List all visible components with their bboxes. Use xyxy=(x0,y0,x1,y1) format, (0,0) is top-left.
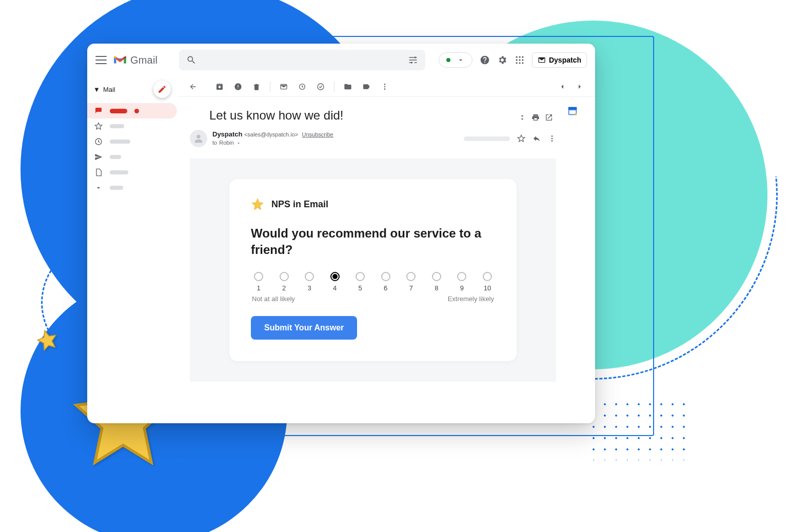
svg-point-17 xyxy=(384,84,386,85)
nps-option-3[interactable]: 3 xyxy=(302,272,317,292)
print-icon[interactable] xyxy=(531,113,540,122)
nps-option-label: 10 xyxy=(484,284,491,292)
nps-option-1[interactable]: 1 xyxy=(251,272,266,292)
settings-gear-icon[interactable] xyxy=(497,55,507,65)
sender-avatar[interactable] xyxy=(190,130,207,147)
sidebar-item-inbox[interactable] xyxy=(87,103,177,119)
gmail-logo[interactable]: Gmail xyxy=(113,54,157,66)
file-icon xyxy=(94,168,103,176)
delete-button[interactable] xyxy=(248,78,265,95)
svg-point-8 xyxy=(519,59,520,61)
gmail-logo-text: Gmail xyxy=(130,54,157,66)
back-button[interactable] xyxy=(185,78,201,95)
archive-button[interactable] xyxy=(211,78,228,95)
radio-icon[interactable] xyxy=(254,272,263,281)
svg-point-22 xyxy=(551,140,553,142)
nps-option-8[interactable]: 8 xyxy=(429,272,444,292)
nps-option-6[interactable]: 6 xyxy=(378,272,393,292)
expand-icon[interactable] xyxy=(518,113,526,122)
gmail-m-icon xyxy=(113,54,127,66)
unsubscribe-link[interactable]: Unsubscribe xyxy=(302,131,333,137)
submit-button[interactable]: Submit Your Answer xyxy=(251,316,357,340)
topbar: Gmail Dyspatch xyxy=(87,44,595,76)
svg-rect-24 xyxy=(568,107,577,110)
radio-icon[interactable] xyxy=(406,272,416,281)
add-task-button[interactable] xyxy=(312,78,329,95)
person-icon xyxy=(193,133,204,144)
nps-option-2[interactable]: 2 xyxy=(277,272,292,292)
next-message-button[interactable] xyxy=(572,78,588,95)
calendar-icon[interactable] xyxy=(567,105,578,116)
prev-message-button[interactable] xyxy=(554,78,570,95)
envelope-icon xyxy=(538,56,546,64)
search-input[interactable] xyxy=(203,56,402,64)
open-new-window-icon[interactable] xyxy=(545,113,553,122)
svg-point-20 xyxy=(551,135,553,137)
star-outline-icon[interactable] xyxy=(517,134,525,143)
more-vert-icon[interactable] xyxy=(548,134,556,143)
nps-question: Would you recommend our service to a fri… xyxy=(251,225,495,259)
radio-icon[interactable] xyxy=(457,272,466,281)
account-status-chip[interactable] xyxy=(439,52,472,68)
radio-icon[interactable] xyxy=(330,272,340,281)
nps-option-9[interactable]: 9 xyxy=(454,272,469,292)
nps-option-label: 8 xyxy=(435,284,438,292)
radio-icon[interactable] xyxy=(483,272,492,281)
svg-point-2 xyxy=(415,56,416,58)
radio-icon[interactable] xyxy=(381,272,390,281)
more-actions-button[interactable] xyxy=(377,78,393,95)
nps-option-label: 5 xyxy=(359,284,362,292)
radio-icon[interactable] xyxy=(305,272,314,281)
reply-icon[interactable] xyxy=(533,134,541,143)
svg-point-11 xyxy=(519,62,520,64)
nps-option-label: 3 xyxy=(307,284,311,292)
sidebar-item-more[interactable] xyxy=(87,180,177,195)
search-options-icon[interactable] xyxy=(408,55,418,65)
nps-option-label: 7 xyxy=(409,284,413,292)
svg-point-16 xyxy=(318,84,324,90)
sender-address: <sales@dyspatch.io> xyxy=(244,131,298,137)
sidebar-item-drafts[interactable] xyxy=(87,165,177,180)
search-icon xyxy=(186,55,196,65)
sidebar-item-starred[interactable] xyxy=(87,119,177,134)
nps-option-4[interactable]: 4 xyxy=(327,272,343,292)
help-icon[interactable] xyxy=(480,55,490,65)
nps-option-5[interactable]: 5 xyxy=(352,272,368,292)
timestamp-placeholder xyxy=(464,136,510,141)
spam-button[interactable] xyxy=(230,78,246,95)
svg-point-3 xyxy=(411,62,412,63)
radio-icon[interactable] xyxy=(280,272,289,281)
svg-rect-26 xyxy=(575,113,577,115)
main-menu-button[interactable] xyxy=(95,54,107,66)
compose-button[interactable] xyxy=(153,81,171,98)
send-icon xyxy=(94,153,103,161)
sidebar-item-sent[interactable] xyxy=(87,149,177,165)
labels-button[interactable] xyxy=(358,78,375,95)
anchor-high: Extremely likely xyxy=(448,295,494,303)
anchor-low: Not at all likely xyxy=(252,295,295,303)
chevron-down-icon[interactable]: ▼ xyxy=(93,86,100,93)
radio-icon[interactable] xyxy=(356,272,365,281)
clock-icon xyxy=(94,137,103,146)
snooze-button[interactable] xyxy=(294,78,310,95)
sidebar-item-snoozed[interactable] xyxy=(87,134,177,149)
pencil-icon xyxy=(157,85,167,94)
radio-icon[interactable] xyxy=(432,272,441,281)
mark-unread-button[interactable] xyxy=(275,78,292,95)
svg-point-6 xyxy=(522,56,523,58)
apps-grid-icon[interactable] xyxy=(515,55,525,65)
nps-option-7[interactable]: 7 xyxy=(403,272,419,292)
nps-card: NPS in Email Would you recommend our ser… xyxy=(229,179,517,361)
dyspatch-brand-button[interactable]: Dyspatch xyxy=(532,52,587,68)
search-bar[interactable] xyxy=(179,50,425,70)
svg-point-19 xyxy=(384,88,386,90)
status-dot-icon xyxy=(446,58,450,62)
nps-option-10[interactable]: 10 xyxy=(480,272,495,292)
sender-row: Dyspatch <sales@dyspatch.io> Unsubscribe… xyxy=(190,130,556,147)
svg-point-5 xyxy=(519,56,520,58)
chevron-down-icon[interactable] xyxy=(236,141,241,146)
svg-rect-25 xyxy=(569,110,576,114)
move-to-button[interactable] xyxy=(340,78,356,95)
chevron-down-icon xyxy=(94,184,103,192)
sidebar-section-label[interactable]: Mail xyxy=(103,86,115,93)
